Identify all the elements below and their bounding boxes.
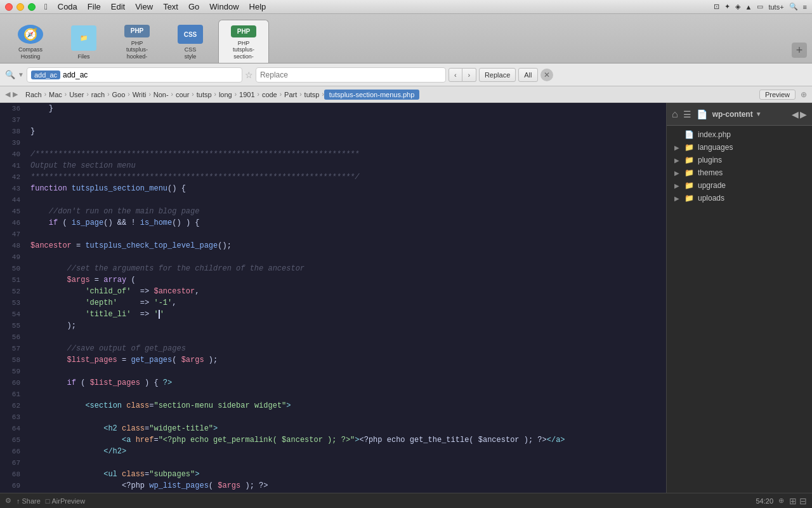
code-content: } } /***********************************… xyxy=(25,103,666,493)
code-editor[interactable]: 3637383940414243444546474849505152535455… xyxy=(0,103,666,493)
breadcrumb-long[interactable]: long xyxy=(216,91,235,98)
breadcrumb-part[interactable]: Part xyxy=(282,91,299,98)
file-menu[interactable]: File xyxy=(88,2,101,11)
replace-all-button[interactable]: All xyxy=(518,68,537,82)
breadcrumb-rach[interactable]: Rach xyxy=(23,91,44,98)
sidebar-dropdown-icon[interactable]: ▼ xyxy=(756,110,762,117)
sidebar-list-icon[interactable]: ☰ xyxy=(683,109,691,119)
code-line: //save output of get_pages xyxy=(30,343,666,354)
apple-menu[interactable]:  xyxy=(44,2,48,11)
code-token-plain: = xyxy=(145,469,149,480)
breadcrumb-code[interactable]: code xyxy=(259,91,280,98)
line-number: 42 xyxy=(0,171,20,183)
preview-button[interactable]: Preview xyxy=(759,90,796,100)
line-number: 54 xyxy=(0,309,20,320)
search-toggle-icon[interactable]: 🔍 xyxy=(5,70,15,79)
code-line: <?php wp_list_pages( $args ); ?> xyxy=(30,480,666,491)
breadcrumb-rach2[interactable]: rach xyxy=(89,91,107,98)
search-next-button[interactable]: › xyxy=(462,68,476,82)
close-button[interactable] xyxy=(5,3,13,11)
code-token-tag: ?> xyxy=(163,377,172,389)
code-token-plain xyxy=(30,423,103,434)
sidebar-home-icon[interactable]: ⌂ xyxy=(672,109,678,120)
status-settings-icon[interactable]: ⊟ xyxy=(799,496,807,506)
status-plus-icon[interactable]: ⊕ xyxy=(778,497,784,505)
tab-compass[interactable]: 🧭 CompassHosting xyxy=(5,20,56,63)
sidebar-item-themes[interactable]: ▶📁themes xyxy=(667,166,812,179)
minimize-button[interactable] xyxy=(16,3,24,11)
breadcrumb-non[interactable]: Non- xyxy=(151,91,171,98)
tree-arrow-icon: ▶ xyxy=(674,195,681,202)
search-options-chevron[interactable]: ▼ xyxy=(18,71,24,78)
search-prev-button[interactable]: ‹ xyxy=(449,68,462,82)
line-number: 53 xyxy=(0,297,20,309)
code-line: if ( is_page() && ! is_home() ) { xyxy=(30,217,666,229)
tab-php-section[interactable]: PHP PHPtutsplus-section- xyxy=(218,20,269,63)
breadcrumb-1901[interactable]: 1901 xyxy=(237,91,257,98)
status-view-icon[interactable]: ⊞ xyxy=(789,496,797,506)
code-token-str: 'title_li' xyxy=(85,309,131,320)
breadcrumb-nav-forward[interactable]: ▶ xyxy=(13,90,18,98)
airpreview-icon: □ xyxy=(46,497,50,505)
breadcrumb-tutsp2[interactable]: tutsp xyxy=(302,91,322,98)
close-search-button[interactable]: ✕ xyxy=(540,69,553,81)
share-button[interactable]: ↑ Share xyxy=(16,497,41,505)
edit-menu[interactable]: Edit xyxy=(111,2,125,11)
control-strip-icon: ≡ xyxy=(803,3,807,11)
breadcrumb-active-file[interactable]: tutsplus-section-menus.php xyxy=(324,90,420,100)
breadcrumb-cour[interactable]: cour xyxy=(173,91,192,98)
breadcrumb-writi[interactable]: Writi xyxy=(130,91,149,98)
tab-files[interactable]: 📁 Files xyxy=(58,20,109,63)
help-menu[interactable]: Help xyxy=(249,2,266,11)
code-line: 'title_li' => '' xyxy=(30,309,666,320)
sidebar-item-plugins[interactable]: ▶📁plugins xyxy=(667,154,812,166)
breadcrumb-tutsp[interactable]: tutsp xyxy=(194,91,214,98)
spotlight-icon[interactable]: 🔍 xyxy=(789,3,798,11)
screen-icon: ⊡ xyxy=(714,3,719,11)
tab-php-hooked[interactable]: PHP PHPtutsplus-hooked- xyxy=(112,20,162,63)
line-number: 36 xyxy=(0,103,20,114)
window-menu[interactable]: Window xyxy=(209,2,239,11)
code-token-str: "<?php echo get_permalink( $ancestor ); … xyxy=(159,434,355,446)
sidebar-item-languages[interactable]: ▶📁languages xyxy=(667,141,812,154)
replace-button[interactable]: Replace xyxy=(479,68,516,82)
sidebar-nav-left[interactable]: ◀ xyxy=(792,109,799,119)
sidebar-file-icon[interactable]: 📄 xyxy=(697,109,707,119)
php-hooked-icon: PHP xyxy=(124,25,150,37)
go-menu[interactable]: Go xyxy=(188,2,199,11)
sidebar-item-uploads[interactable]: ▶📁uploads xyxy=(667,192,812,204)
star-icon[interactable]: ☆ xyxy=(245,70,253,80)
code-token-var: $args xyxy=(181,354,204,366)
code-line: if ( $list_pages ) { ?> xyxy=(30,377,666,389)
airpreview-button[interactable]: □ AirPreview xyxy=(46,497,85,505)
tree-item-label: uploads xyxy=(698,194,724,203)
breadcrumb-nav-back[interactable]: ◀ xyxy=(5,90,10,98)
code-token-var: $args xyxy=(67,274,90,286)
code-line xyxy=(30,137,666,149)
code-token-plain: (); xyxy=(218,240,232,251)
file-icon: 📄 xyxy=(684,130,694,139)
sidebar-item-upgrade[interactable]: ▶📁upgrade xyxy=(667,179,812,192)
code-lines: 3637383940414243444546474849505152535455… xyxy=(0,103,666,493)
view-menu[interactable]: View xyxy=(135,2,153,11)
coda-menu[interactable]: Coda xyxy=(58,2,77,11)
line-number: 58 xyxy=(0,354,20,366)
code-token-plain xyxy=(30,217,49,229)
replace-input[interactable] xyxy=(260,70,425,79)
sidebar-nav-right[interactable]: ▶ xyxy=(800,109,807,119)
menu-bar:  Coda File Edit View Text Go Window Hel… xyxy=(44,2,266,11)
sidebar-item-index-php[interactable]: 📄index.php xyxy=(667,128,812,141)
code-token-str: "widget-title" xyxy=(149,423,213,434)
breadcrumb-user[interactable]: User xyxy=(67,91,86,98)
code-line: //set the arguments for the children of … xyxy=(30,263,666,274)
settings-icon[interactable]: ⚙ xyxy=(5,497,11,505)
breadcrumb-plus-icon[interactable]: ⊕ xyxy=(801,90,807,99)
maximize-button[interactable] xyxy=(28,3,36,11)
add-tab-button[interactable]: + xyxy=(792,43,807,58)
breadcrumb-mac[interactable]: Mac xyxy=(46,91,65,98)
tab-css-style[interactable]: CSS CSSstyle xyxy=(165,20,216,63)
code-token-plain xyxy=(131,434,135,446)
search-input[interactable] xyxy=(63,70,190,79)
text-menu[interactable]: Text xyxy=(163,2,178,11)
breadcrumb-goo[interactable]: Goo xyxy=(109,91,128,98)
